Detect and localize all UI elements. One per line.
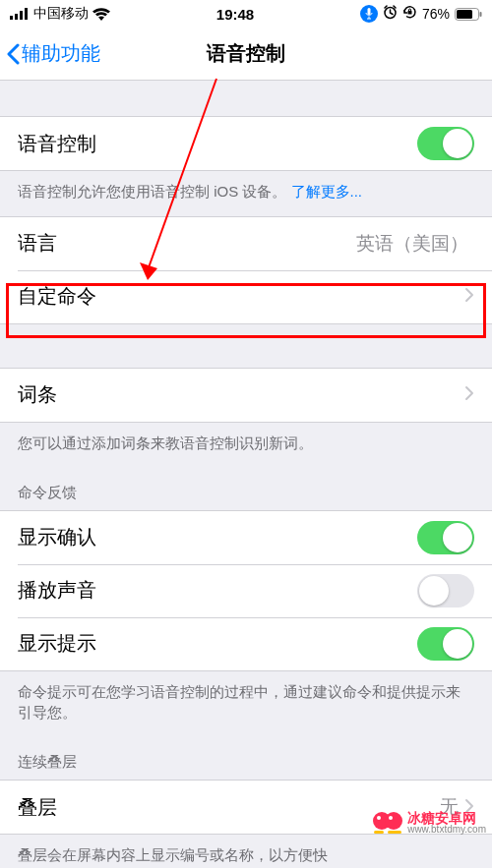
voice-control-group: 语音控制 [0, 116, 492, 171]
svg-rect-17 [388, 831, 401, 834]
battery-percent: 76% [422, 6, 450, 22]
play-sound-row[interactable]: 播放声音 [0, 564, 492, 617]
language-value: 英语（美国） [356, 231, 468, 257]
status-right: 76% [360, 5, 482, 23]
play-sound-toggle[interactable] [417, 574, 474, 608]
show-confirm-row[interactable]: 显示确认 [0, 511, 492, 564]
svg-rect-1 [15, 14, 18, 20]
voice-control-label: 语音控制 [18, 131, 417, 157]
language-label: 语言 [18, 230, 356, 257]
vocab-footer: 您可以通过添加词条来教语音控制识别新词。 [0, 423, 492, 468]
language-row[interactable]: 语言 英语（美国） [0, 217, 492, 270]
wifi-icon [92, 8, 110, 21]
chevron-right-icon [464, 285, 474, 308]
cellular-signal-icon [10, 8, 30, 20]
feedback-group: 显示确认 播放声音 显示提示 [0, 510, 492, 671]
watermark-url: www.btxtdmy.com [407, 825, 486, 835]
show-hint-toggle[interactable] [417, 627, 474, 661]
svg-rect-0 [10, 16, 13, 20]
svg-rect-9 [480, 12, 482, 17]
show-hint-label: 显示提示 [18, 630, 417, 657]
chevron-right-icon [464, 383, 474, 406]
svg-rect-4 [367, 8, 370, 15]
custom-commands-label: 自定命令 [18, 283, 464, 310]
voice-control-indicator-icon [360, 5, 378, 23]
chevron-left-icon [6, 43, 20, 65]
feedback-header: 命令反馈 [0, 468, 492, 510]
svg-rect-16 [374, 831, 384, 834]
watermark-name: 冰糖安卓网 [407, 811, 486, 825]
show-confirm-toggle[interactable] [417, 521, 474, 554]
svg-point-14 [377, 816, 381, 820]
vocab-row[interactable]: 词条 [0, 369, 492, 422]
overlay-footer: 叠层会在屏幕内容上显示编号或名称，以方便快 [0, 835, 492, 868]
orientation-lock-icon [402, 5, 417, 23]
watermark: 冰糖安卓网 www.btxtdmy.com [372, 807, 486, 839]
overlay-header: 连续叠层 [0, 737, 492, 780]
learn-more-link[interactable]: 了解更多... [291, 183, 363, 200]
voice-control-toggle[interactable] [417, 127, 474, 160]
nav-bar: 辅助功能 语音控制 [0, 28, 492, 81]
feedback-footer: 命令提示可在您学习语音控制的过程中，通过建议命令和提供提示来引导您。 [0, 671, 492, 738]
back-label: 辅助功能 [22, 40, 100, 67]
play-sound-label: 播放声音 [18, 577, 417, 604]
svg-point-15 [389, 816, 393, 820]
svg-rect-3 [25, 8, 28, 20]
language-group: 语言 英语（美国） 自定命令 [0, 216, 492, 324]
show-hint-row[interactable]: 显示提示 [0, 617, 492, 670]
show-confirm-label: 显示确认 [18, 524, 417, 550]
svg-rect-6 [407, 11, 411, 15]
watermark-logo-icon [372, 807, 403, 839]
svg-rect-8 [457, 10, 472, 19]
svg-rect-2 [20, 11, 23, 20]
battery-icon [455, 8, 482, 21]
carrier-label: 中国移动 [33, 5, 89, 23]
alarm-icon [383, 5, 398, 23]
voice-control-row[interactable]: 语音控制 [0, 117, 492, 170]
status-bar: 中国移动 19:48 76% [0, 0, 492, 28]
back-button[interactable]: 辅助功能 [6, 40, 100, 67]
svg-point-13 [385, 812, 402, 830]
vocab-group: 词条 [0, 368, 492, 423]
vocab-label: 词条 [18, 381, 464, 408]
voice-control-footer-text: 语音控制允许您使用语音控制 iOS 设备。 [18, 183, 286, 200]
status-time: 19:48 [216, 6, 254, 23]
status-left: 中国移动 [10, 5, 110, 23]
voice-control-footer: 语音控制允许您使用语音控制 iOS 设备。 了解更多... [0, 171, 492, 216]
custom-commands-row[interactable]: 自定命令 [0, 270, 492, 323]
